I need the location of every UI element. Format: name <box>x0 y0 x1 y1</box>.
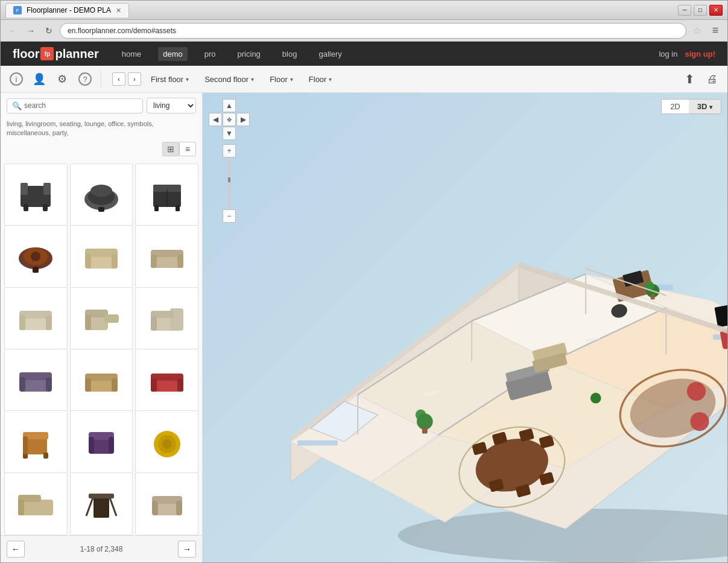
furniture-item-11[interactable] <box>70 349 133 412</box>
view-toggle-wrap: ⊞ ≡ <box>1 142 202 160</box>
furniture-item-10[interactable] <box>4 349 68 412</box>
furniture-img-12 <box>141 354 193 407</box>
next-page-btn[interactable]: → <box>178 541 196 558</box>
furniture-img-18 <box>141 477 193 530</box>
svg-rect-29 <box>46 316 52 330</box>
browser-tab[interactable]: F Floorplanner - DEMO PLA ✕ <box>5 3 129 17</box>
nav-login[interactable]: log in <box>659 49 677 59</box>
tab-title: Floorplanner - DEMO PLA <box>27 6 111 14</box>
close-btn[interactable]: ✕ <box>709 5 723 16</box>
sidebar: 🔍 living bedroom kitchen office living, … <box>1 93 203 562</box>
furniture-item-12[interactable] <box>135 349 198 412</box>
svg-point-120 <box>416 410 426 421</box>
category-select[interactable]: living bedroom kitchen office <box>147 98 196 113</box>
floor-tab-third[interactable]: Floor ▾ <box>264 72 299 86</box>
toolbar-separator <box>101 71 101 87</box>
svg-rect-12 <box>176 205 180 211</box>
page-info: 1-18 of 2,348 <box>80 545 123 553</box>
canvas-area[interactable]: ▲ ◀ ✥ ▶ ▼ + − 2D <box>203 93 727 562</box>
svg-point-16 <box>31 252 40 261</box>
info-btn[interactable]: i <box>7 69 26 89</box>
svg-rect-33 <box>104 314 119 323</box>
floor-tab-fourth[interactable]: Floor ▾ <box>303 72 338 86</box>
furniture-item-4[interactable] <box>4 225 68 288</box>
furniture-item-1[interactable] <box>4 164 68 227</box>
maximize-btn[interactable]: □ <box>694 5 707 16</box>
nav-pro[interactable]: pro <box>200 47 221 61</box>
furniture-item-2[interactable] <box>70 164 133 227</box>
help-btn[interactable]: ? <box>75 69 95 89</box>
furniture-img-4 <box>10 231 62 283</box>
furniture-item-15[interactable] <box>135 410 198 474</box>
first-floor-arrow: ▾ <box>186 76 189 83</box>
title-bar: F Floorplanner - DEMO PLA ✕ ─ □ ✕ <box>1 1 727 20</box>
prev-page-btn[interactable]: ← <box>7 541 25 558</box>
site-logo: floor fp planner <box>13 47 99 61</box>
app-area: i 👤 ⚙ ? ‹ › First floor ▾ Second f <box>1 66 727 562</box>
furniture-img-17 <box>75 477 127 530</box>
help-icon: ? <box>78 72 92 86</box>
svg-rect-20 <box>85 253 91 269</box>
nav-demo[interactable]: demo <box>158 47 188 61</box>
star-icon: ☆ <box>693 25 701 36</box>
grid-view-btn[interactable]: ⊞ <box>162 142 179 156</box>
share-btn[interactable]: ⬆ <box>680 70 698 88</box>
person-icon: 👤 <box>33 72 46 86</box>
menu-icon: ≡ <box>712 24 719 36</box>
refresh-icon: ↻ <box>45 26 52 36</box>
refresh-btn[interactable]: ↻ <box>42 24 56 38</box>
furniture-item-9[interactable] <box>135 287 198 351</box>
furniture-item-18[interactable] <box>135 472 198 535</box>
furniture-item-14[interactable] <box>70 410 133 474</box>
svg-line-66 <box>86 496 93 516</box>
furniture-item-7[interactable] <box>4 287 68 351</box>
svg-rect-3 <box>24 204 28 211</box>
nav-blog[interactable]: blog <box>277 47 302 61</box>
nav-gallery[interactable]: gallery <box>314 47 346 61</box>
site-nav: floor fp planner home demo pro pricing b… <box>1 42 727 66</box>
svg-rect-65 <box>93 496 109 518</box>
prev-floor-btn[interactable]: ‹ <box>112 72 125 86</box>
furniture-item-3[interactable] <box>135 164 198 227</box>
svg-rect-41 <box>46 377 52 392</box>
svg-rect-24 <box>151 255 157 268</box>
furniture-item-8[interactable] <box>70 287 133 351</box>
furniture-item-16[interactable] <box>4 472 68 535</box>
toolbar: i 👤 ⚙ ? ‹ › First floor ▾ Second f <box>1 66 727 93</box>
furniture-item-17[interactable] <box>70 472 133 535</box>
floor-tab-first[interactable]: First floor ▾ <box>145 72 195 86</box>
forward-btn[interactable]: → <box>24 24 38 38</box>
main-content: 🔍 living bedroom kitchen office living, … <box>1 93 727 562</box>
tab-close-btn[interactable]: ✕ <box>116 7 121 14</box>
address-bar: ← → ↻ en.floorplanner.com/demo#assets ☆ … <box>1 20 727 42</box>
print-btn[interactable]: 🖨 <box>703 70 721 88</box>
nav-home[interactable]: home <box>117 47 147 61</box>
next-floor-btn[interactable]: › <box>128 72 141 86</box>
browser-menu-btn[interactable]: ≡ <box>708 24 723 38</box>
nav-pricing[interactable]: pricing <box>233 47 265 61</box>
search-input[interactable] <box>24 101 138 110</box>
url-bar[interactable]: en.floorplanner.com/demo#assets <box>60 23 686 39</box>
person-btn[interactable]: 👤 <box>30 69 49 89</box>
svg-rect-4 <box>43 204 48 211</box>
minimize-btn[interactable]: ─ <box>678 5 691 16</box>
furniture-item-13[interactable] <box>4 410 68 474</box>
list-view-btn[interactable]: ≡ <box>179 142 196 156</box>
furniture-item-5[interactable] <box>70 225 133 288</box>
fourth-floor-label: Floor <box>309 75 327 84</box>
floor-tab-second[interactable]: Second floor ▾ <box>198 72 260 86</box>
svg-rect-54 <box>23 436 28 454</box>
back-icon: ← <box>8 26 17 36</box>
nav-signup[interactable]: sign up! <box>685 49 715 59</box>
bookmark-btn[interactable]: ☆ <box>690 24 704 38</box>
svg-point-61 <box>162 439 172 449</box>
url-text: en.floorplanner.com/demo#assets <box>68 27 176 35</box>
svg-rect-25 <box>177 255 183 268</box>
furniture-img-7 <box>10 292 62 345</box>
back-btn[interactable]: ← <box>5 24 20 38</box>
svg-rect-68 <box>89 494 114 498</box>
first-floor-label: First floor <box>151 75 183 84</box>
furniture-item-6[interactable] <box>135 225 198 288</box>
furniture-img-5 <box>75 231 127 283</box>
settings-btn[interactable]: ⚙ <box>52 69 72 89</box>
